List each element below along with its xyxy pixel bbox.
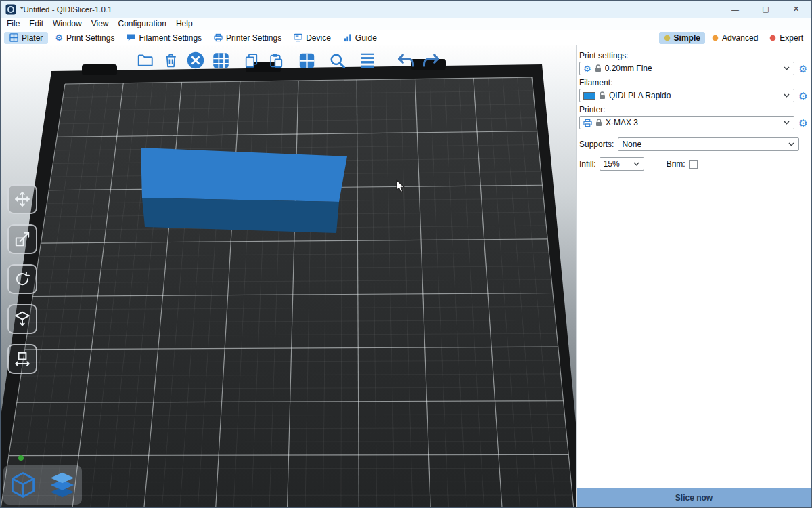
cube-3d-icon — [8, 470, 38, 500]
chevron-down-icon — [784, 121, 790, 125]
variable-layer-height-button[interactable] — [355, 48, 380, 72]
open-button[interactable] — [133, 48, 158, 72]
rotate-tool-button[interactable] — [7, 264, 37, 294]
tab-print-settings[interactable]: ⚙ Print Settings — [49, 32, 120, 44]
chevron-down-icon — [633, 162, 639, 166]
model-top-face — [141, 148, 347, 202]
left-toolbar — [7, 184, 37, 374]
menu-edit[interactable]: Edit — [24, 19, 48, 28]
view-3d-button[interactable] — [6, 468, 40, 502]
tab-guide[interactable]: Guide — [338, 32, 382, 44]
print-settings-label: Print settings: — [579, 51, 809, 60]
menu-window[interactable]: Window — [48, 19, 87, 28]
tab-device[interactable]: Device — [288, 32, 336, 44]
scale-icon — [14, 230, 31, 248]
tab-label: Guide — [355, 33, 377, 43]
redo-button[interactable] — [419, 48, 443, 72]
chevron-down-icon — [784, 66, 790, 70]
app-window: *Untitled - QIDISlicer-1.0.1 — ▢ ✕ File … — [0, 0, 812, 508]
supports-select[interactable]: None — [618, 137, 799, 151]
tab-filament-settings[interactable]: Filament Settings — [121, 32, 207, 44]
lock-icon — [599, 91, 606, 100]
move-tool-button[interactable] — [7, 184, 37, 214]
printer-select[interactable]: X-MAX 3 — [579, 116, 794, 129]
search-icon — [328, 51, 346, 70]
print-bed — [1, 45, 576, 507]
layers-preview-icon — [47, 469, 78, 501]
open-folder-icon — [137, 51, 154, 69]
menu-help[interactable]: Help — [171, 19, 198, 28]
scale-tool-button[interactable] — [7, 224, 37, 254]
bed-origin-marker — [18, 455, 24, 461]
mode-simple[interactable]: Simple — [659, 32, 705, 44]
close-button[interactable]: ✕ — [781, 1, 811, 18]
infill-select[interactable]: 15% — [600, 157, 644, 171]
bed-clip — [82, 64, 117, 75]
tab-plater[interactable]: Plater — [4, 32, 48, 44]
undo-icon — [397, 51, 415, 70]
chevron-down-icon — [784, 93, 790, 98]
print-settings-select[interactable]: ⚙ 0.20mm Fine — [579, 62, 794, 75]
lock-icon — [595, 119, 602, 127]
undo-button[interactable] — [394, 48, 418, 72]
tabbar: Plater ⚙ Print Settings Filament Setting… — [1, 30, 811, 45]
maximize-button[interactable]: ▢ — [750, 1, 781, 18]
viewport-3d[interactable] — [1, 45, 576, 507]
model-object[interactable] — [141, 148, 347, 233]
lock-icon — [595, 64, 602, 72]
place-on-face-icon — [14, 310, 31, 328]
menu-view[interactable]: View — [87, 19, 114, 28]
preview-button[interactable] — [45, 468, 79, 502]
delete-all-button[interactable] — [183, 48, 208, 72]
filament-value: QIDI PLA Rapido — [609, 91, 780, 100]
mirror-tool-button[interactable] — [7, 344, 37, 374]
move-icon — [14, 190, 31, 208]
slice-now-button[interactable]: Slice now — [577, 488, 811, 507]
plater-icon — [9, 33, 18, 42]
infill-value: 15% — [604, 159, 630, 169]
paste-button[interactable] — [264, 48, 288, 72]
print-settings-gear-button[interactable]: ⚙ — [798, 64, 809, 74]
simple-mode-dot — [664, 35, 671, 41]
copy-icon — [243, 52, 260, 69]
tab-label: Plater — [22, 33, 43, 43]
supports-value: None — [622, 140, 785, 149]
trash-icon — [162, 52, 179, 69]
tab-printer-settings[interactable]: Printer Settings — [208, 32, 287, 44]
arrange-button[interactable] — [208, 48, 233, 72]
filament-settings-icon — [127, 33, 135, 42]
gear-icon: ⚙ — [583, 64, 591, 73]
device-icon — [294, 33, 302, 42]
split-button[interactable] — [294, 48, 319, 72]
window-controls: — ▢ ✕ — [720, 1, 811, 18]
delete-button[interactable] — [158, 48, 183, 72]
place-on-face-tool-button[interactable] — [7, 304, 37, 334]
model-front-face — [142, 198, 339, 233]
printer-icon — [583, 119, 592, 127]
tab-label: Filament Settings — [139, 33, 202, 43]
layer-height-icon — [359, 51, 376, 69]
expert-mode-dot — [769, 35, 776, 41]
arrange-icon — [212, 51, 230, 70]
mode-expert[interactable]: Expert — [765, 32, 808, 44]
menubar: File Edit Window View Configuration Help — [1, 18, 811, 30]
tab-label: Printer Settings — [226, 33, 281, 43]
brim-checkbox[interactable] — [689, 160, 698, 169]
filament-gear-button[interactable]: ⚙ — [798, 91, 809, 101]
titlebar: *Untitled - QIDISlicer-1.0.1 — ▢ ✕ — [1, 1, 811, 18]
mirror-icon — [14, 350, 31, 368]
menu-configuration[interactable]: Configuration — [114, 19, 171, 28]
copy-button[interactable] — [239, 48, 263, 72]
redo-icon — [422, 51, 441, 70]
chevron-down-icon — [788, 142, 794, 146]
printer-settings-icon — [214, 33, 223, 42]
menu-file[interactable]: File — [2, 19, 24, 28]
filament-select[interactable]: QIDI PLA Rapido — [579, 89, 794, 102]
printer-label: Printer: — [579, 105, 809, 114]
search-button[interactable] — [325, 48, 349, 72]
printer-gear-button[interactable]: ⚙ — [798, 118, 809, 128]
minimize-button[interactable]: — — [720, 1, 750, 18]
mouse-cursor — [396, 179, 405, 196]
mode-advanced[interactable]: Advanced — [707, 32, 763, 44]
mode-label: Expert — [780, 33, 803, 43]
